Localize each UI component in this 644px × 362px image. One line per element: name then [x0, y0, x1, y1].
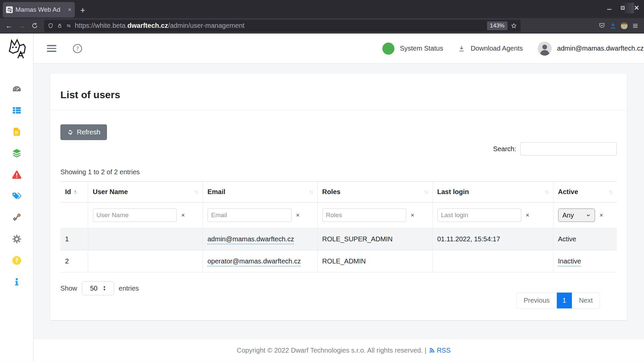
- column-header-user-name[interactable]: User Name↑↓: [88, 182, 203, 202]
- table-row: 1 admin@mamas.dwarftech.cz ROLE_SUPER_AD…: [60, 228, 617, 250]
- sidebar-item-dashboard[interactable]: [12, 84, 22, 94]
- url-bar[interactable]: https://white.beta.dwarftech.cz/admin/us…: [44, 20, 521, 32]
- pagination: Previous 1 Next: [516, 292, 600, 309]
- sidebar-item-help[interactable]: ?: [12, 255, 22, 265]
- users-card: List of users Refresh Search: Showing 1 …: [50, 74, 627, 320]
- account-avatar-icon[interactable]: [621, 22, 628, 29]
- sidebar-item-info[interactable]: [12, 277, 22, 287]
- app-logo[interactable]: [0, 34, 33, 64]
- refresh-button[interactable]: Refresh: [60, 124, 107, 140]
- page-size-select[interactable]: 50 ▲▼: [82, 281, 114, 295]
- user-avatar-icon: [538, 42, 552, 56]
- refresh-icon: [67, 129, 73, 135]
- permissions-icon[interactable]: [66, 23, 72, 29]
- filter-user-name-input[interactable]: [93, 208, 177, 222]
- sort-icon: ↑↓: [608, 189, 612, 195]
- active-status[interactable]: Inactive: [558, 257, 581, 265]
- filter-active-select[interactable]: Any: [558, 208, 595, 222]
- sidebar-item-tags[interactable]: [12, 191, 22, 201]
- active-status: Active: [558, 235, 576, 243]
- system-status[interactable]: System Status: [382, 43, 443, 55]
- sidebar-item-layers[interactable]: [12, 148, 22, 158]
- user-email-link[interactable]: admin@mamas.dwarftech.cz: [208, 235, 294, 243]
- users-table: Id↑↓ User Name↑↓ Email↑↓ Roles↑↓ Last lo…: [60, 181, 617, 273]
- sidebar-item-routes[interactable]: [12, 213, 22, 223]
- search-label: Search:: [493, 145, 516, 153]
- sort-icon: ↑↓: [74, 189, 77, 195]
- page-title: List of users: [60, 89, 617, 101]
- back-button-icon[interactable]: ←: [3, 20, 15, 32]
- download-icon: [458, 45, 465, 52]
- lock-icon[interactable]: [57, 23, 63, 29]
- sidebar-item-tables[interactable]: [12, 105, 22, 115]
- show-label: Show: [60, 285, 77, 292]
- user-email-link[interactable]: operator@mamas.dwarftech.cz: [208, 257, 301, 265]
- new-tab-button[interactable]: +: [80, 5, 85, 15]
- sidebar-toggle-button[interactable]: [47, 43, 56, 54]
- gauge-icon: [12, 84, 22, 94]
- system-status-label: System Status: [400, 45, 443, 52]
- clear-filter-icon[interactable]: ×: [181, 212, 185, 219]
- column-header-last-login[interactable]: Last login↑↓: [432, 182, 553, 202]
- filter-email-input[interactable]: [208, 208, 291, 222]
- app-header: ? System Status Download Agents admin@ma…: [34, 34, 644, 64]
- sort-icon: ↑↓: [309, 189, 313, 195]
- account-menu[interactable]: admin@mamas.dwarftech.cz: [538, 42, 644, 56]
- document-icon: [12, 127, 21, 136]
- copyright-text: Copyright © 2022 Dwarf Technologies s.r.…: [237, 347, 426, 354]
- sort-icon: ↑↓: [424, 189, 428, 195]
- sidebar-item-alerts[interactable]: [12, 170, 22, 180]
- pagination-next[interactable]: Next: [572, 293, 600, 308]
- clear-filter-icon[interactable]: ×: [600, 212, 603, 219]
- rss-link[interactable]: RSS: [429, 347, 450, 354]
- bookmark-star-icon[interactable]: [511, 22, 517, 29]
- info-icon: [12, 278, 21, 286]
- browser-tab[interactable]: Mamas Web Ad ×: [3, 2, 75, 17]
- svg-text:?: ?: [76, 46, 79, 52]
- clear-filter-icon[interactable]: ×: [296, 212, 300, 219]
- table-icon: [12, 105, 22, 115]
- gear-icon: [12, 234, 22, 244]
- layers-icon: [12, 148, 22, 158]
- window-close-button[interactable]: ✕: [634, 5, 639, 11]
- svg-text:?: ?: [15, 257, 18, 264]
- sidebar-item-settings[interactable]: [12, 234, 22, 244]
- tab-title: Mamas Web Ad: [15, 6, 65, 13]
- sort-icon: ↑↓: [545, 189, 548, 195]
- browser-tab-bar: Mamas Web Ad × + ✕: [0, 0, 644, 18]
- pagination-previous[interactable]: Previous: [517, 293, 557, 308]
- sidebar: ?: [0, 34, 34, 362]
- stepper-arrows-icon: ▲▼: [103, 286, 106, 291]
- help-icon[interactable]: ?: [72, 44, 83, 54]
- window-minimize-button[interactable]: [607, 9, 611, 10]
- column-header-id[interactable]: Id↑↓: [60, 182, 88, 202]
- search-input[interactable]: [520, 142, 617, 156]
- forward-button-icon[interactable]: →: [16, 20, 28, 32]
- pagination-page-1[interactable]: 1: [557, 293, 572, 308]
- tags-icon: [12, 191, 22, 201]
- browser-toolbar: ← → https://white.beta.dwarftech.cz/admi…: [0, 18, 644, 34]
- download-agents-label: Download Agents: [471, 45, 523, 52]
- downloads-icon[interactable]: [609, 22, 616, 29]
- sidebar-item-documents[interactable]: [12, 127, 22, 137]
- column-header-roles[interactable]: Roles↑↓: [317, 182, 432, 202]
- status-dot-icon: [382, 43, 394, 55]
- table-row: 2 operator@mamas.dwarftech.cz ROLE_ADMIN…: [60, 250, 617, 273]
- entries-label: entries: [119, 285, 139, 292]
- url-text[interactable]: https://white.beta.dwarftech.cz/admin/us…: [75, 22, 484, 29]
- column-header-active[interactable]: Active↑↓: [553, 182, 617, 202]
- zoom-level-badge[interactable]: 143%: [487, 21, 507, 30]
- column-header-email[interactable]: Email↑↓: [203, 182, 317, 202]
- filter-roles-input[interactable]: [322, 208, 406, 222]
- reload-button-icon[interactable]: [29, 20, 40, 32]
- menu-hamburger-icon[interactable]: [632, 22, 639, 29]
- clear-filter-icon[interactable]: ×: [411, 212, 415, 219]
- download-agents[interactable]: Download Agents: [458, 45, 523, 52]
- pocket-icon[interactable]: [598, 22, 605, 29]
- clear-filter-icon[interactable]: ×: [526, 212, 530, 219]
- tab-close-icon[interactable]: ×: [68, 6, 71, 13]
- table-header-row: Id↑↓ User Name↑↓ Email↑↓ Roles↑↓ Last lo…: [60, 182, 617, 202]
- window-maximize-button[interactable]: [621, 6, 625, 10]
- tracking-shield-icon[interactable]: [48, 23, 54, 29]
- filter-last-login-input[interactable]: [437, 208, 521, 222]
